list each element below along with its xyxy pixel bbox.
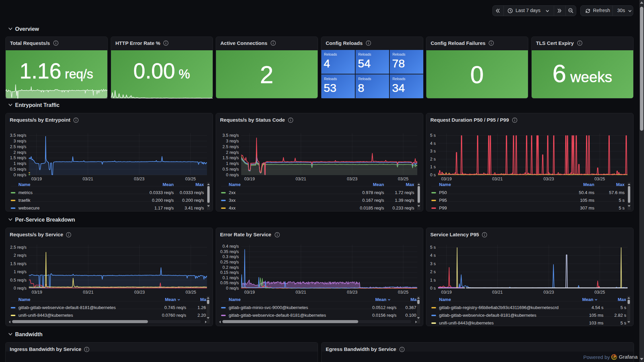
svg-text:03/19: 03/19	[31, 177, 42, 181]
svg-text:3 req/s: 3 req/s	[226, 139, 239, 143]
svg-text:3 s: 3 s	[430, 261, 436, 266]
svg-text:03/19: 03/19	[441, 177, 451, 181]
svg-text:0.5 req/s: 0.5 req/s	[10, 278, 26, 283]
svg-text:2 s: 2 s	[430, 157, 436, 162]
svg-text:0 s: 0 s	[430, 173, 436, 177]
svg-text:4 s: 4 s	[430, 141, 436, 146]
svg-text:03/23: 03/23	[134, 290, 145, 295]
svg-text:2 req/s: 2 req/s	[14, 253, 26, 258]
svg-text:0.2 req/s: 0.2 req/s	[222, 265, 239, 270]
svg-text:03/19: 03/19	[244, 177, 255, 181]
svg-text:0 req/s: 0 req/s	[14, 286, 26, 291]
svg-text:03/19: 03/19	[32, 290, 42, 295]
svg-text:3.5 req/s: 3.5 req/s	[10, 133, 26, 138]
svg-text:0.5 req/s: 0.5 req/s	[10, 167, 26, 172]
svg-text:03/25: 03/25	[594, 290, 605, 295]
svg-text:03/21: 03/21	[296, 290, 306, 295]
svg-text:2.5 req/s: 2.5 req/s	[222, 144, 239, 149]
svg-text:0 req/s: 0 req/s	[13, 173, 26, 177]
svg-text:03/25: 03/25	[185, 177, 196, 181]
svg-text:1.5 req/s: 1.5 req/s	[222, 156, 239, 160]
svg-text:1 req/s: 1 req/s	[226, 161, 239, 166]
svg-text:0.35 req/s: 0.35 req/s	[220, 249, 239, 254]
svg-text:0.05 req/s: 0.05 req/s	[220, 281, 239, 285]
svg-text:1.5 req/s: 1.5 req/s	[10, 261, 26, 266]
svg-text:03/25: 03/25	[398, 290, 408, 295]
svg-text:2 req/s: 2 req/s	[226, 150, 239, 155]
svg-text:3 s: 3 s	[430, 149, 436, 154]
svg-text:2.5 req/s: 2.5 req/s	[10, 245, 26, 250]
svg-text:5 s: 5 s	[430, 133, 436, 138]
svg-text:2.5 req/s: 2.5 req/s	[10, 144, 26, 149]
svg-text:03/21: 03/21	[83, 290, 93, 295]
svg-text:03/23: 03/23	[347, 290, 357, 295]
svg-text:0 s: 0 s	[430, 286, 436, 291]
svg-text:4 s: 4 s	[430, 253, 436, 258]
svg-text:3.5 req/s: 3.5 req/s	[222, 133, 239, 138]
svg-text:0.5 req/s: 0.5 req/s	[222, 167, 239, 172]
svg-text:03/21: 03/21	[83, 177, 93, 181]
svg-text:03/23: 03/23	[134, 177, 144, 181]
svg-text:1 s: 1 s	[430, 278, 436, 283]
svg-text:03/25: 03/25	[398, 177, 408, 181]
svg-text:03/19: 03/19	[441, 290, 451, 295]
svg-text:5 s: 5 s	[430, 245, 436, 250]
svg-text:03/25: 03/25	[185, 290, 196, 295]
svg-text:03/19: 03/19	[244, 290, 255, 295]
svg-text:0 req/s: 0 req/s	[226, 173, 239, 177]
svg-text:03/21: 03/21	[492, 177, 502, 181]
svg-text:0.3 req/s: 0.3 req/s	[222, 254, 239, 259]
svg-text:0.4 req/s: 0.4 req/s	[222, 244, 239, 249]
svg-text:1 req/s: 1 req/s	[14, 269, 26, 274]
svg-text:03/23: 03/23	[543, 290, 554, 295]
svg-text:2 req/s: 2 req/s	[13, 150, 26, 155]
svg-text:1 req/s: 1 req/s	[13, 161, 26, 166]
svg-text:0.1 req/s: 0.1 req/s	[222, 276, 239, 280]
svg-text:03/21: 03/21	[492, 290, 502, 295]
svg-text:03/25: 03/25	[594, 177, 605, 181]
svg-text:0 req/s: 0 req/s	[226, 286, 239, 291]
svg-text:1.5 req/s: 1.5 req/s	[10, 156, 26, 160]
svg-text:03/21: 03/21	[296, 177, 306, 181]
svg-text:1 s: 1 s	[430, 165, 436, 169]
svg-text:03/23: 03/23	[347, 177, 357, 181]
svg-text:03/23: 03/23	[543, 177, 554, 181]
svg-text:2 s: 2 s	[430, 269, 436, 274]
svg-text:0.25 req/s: 0.25 req/s	[220, 260, 239, 264]
svg-text:3 req/s: 3 req/s	[13, 139, 26, 143]
svg-text:0.15 req/s: 0.15 req/s	[220, 270, 239, 275]
